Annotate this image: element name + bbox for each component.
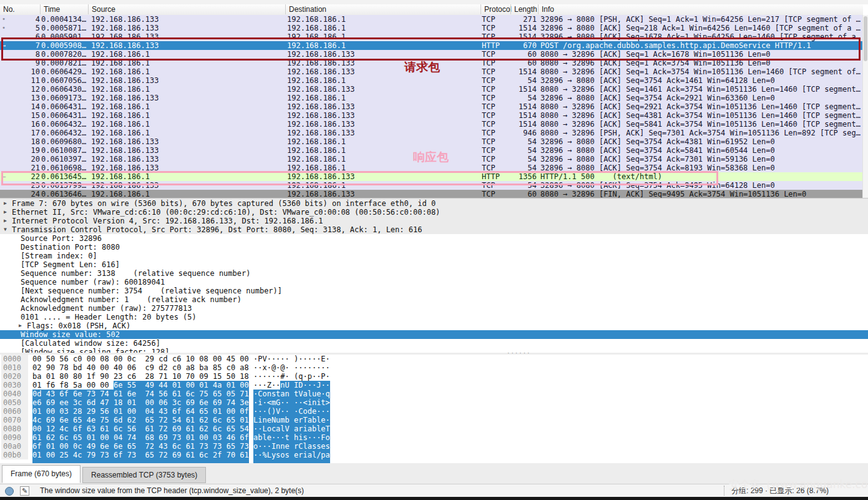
capture-comment-icon[interactable]: ✎ [20,486,29,496]
packet-destination: 192.168.186.1 [287,146,479,155]
expander-right-icon[interactable]: ▶ [4,199,7,208]
packet-source: 192.168.186.133 [91,164,285,172]
packet-row[interactable]: 110.0607056…192.168.186.133192.168.186.1… [0,76,863,85]
hex-row[interactable]: 003001 f6 f8 5a 00 00 6e 55 49 44 01 00 … [0,381,868,390]
hex-bytes: 02 90 78 bd 40 00 40 06 c9 d2 c0 a8 ba 8… [32,363,249,372]
detail-row[interactable]: Sequence number (raw): 600189041 [0,278,868,287]
bottom-strip [0,497,868,500]
expert-info-icon[interactable] [5,487,14,496]
detail-row[interactable]: Acknowledgment number (raw): 275777813 [0,304,868,313]
hex-bytes-highlight: 6e 55 49 44 01 00 01 4a 01 00 [114,381,249,390]
detail-row[interactable]: Window size value: 502 [0,330,868,339]
hex-bytes-plain: 00 50 56 c0 00 08 00 0c 29 cd c6 10 08 0… [32,355,249,363]
packet-row[interactable]: 230.0613799…192.168.186.133192.168.186.1… [0,181,863,190]
expander-right-icon[interactable]: ▶ [4,208,7,217]
expander-right-icon[interactable]: ▶ [4,217,7,225]
packet-row[interactable]: 170.0606432…192.168.186.1192.168.186.133… [0,129,863,137]
packet-no: 14 [11,102,40,111]
hex-row[interactable]: 000000 50 56 c0 00 08 00 0c 29 cd c6 10 … [0,355,868,363]
packet-no: 11 [11,76,40,85]
column-header-destination[interactable]: Destination [285,4,484,14]
detail-row[interactable]: Destination Port: 8080 [0,243,868,252]
packet-row[interactable]: 190.0610087…192.168.186.133192.168.186.1… [0,146,863,155]
packet-list-rows: •40.0004134…192.168.186.133192.168.186.1… [0,15,863,198]
detail-row[interactable]: Sequence number: 3138 (relative sequence… [0,269,868,278]
detail-text: Destination Port: 8080 [0,243,868,252]
hex-row[interactable]: 00704c 69 6e 65 4e 75 6d 62 65 72 54 61 … [0,416,868,424]
detail-text: [TCP Segment Len: 616] [0,260,868,269]
packet-source: 192.168.186.1 [91,102,285,111]
detail-row[interactable]: ▼Transmission Control Protocol, Src Port… [0,225,868,234]
detail-row[interactable]: ▶Flags: 0x018 (PSH, ACK) [0,321,868,330]
hex-bytes-highlight: 01 00 03 28 29 56 01 00 04 43 6f 64 65 0… [32,407,249,416]
column-header-protocol[interactable]: Protocol [480,4,514,14]
column-header-info[interactable]: Info [538,4,867,14]
packet-row[interactable]: 100.0606429…192.168.186.1192.168.186.133… [0,67,863,76]
packet-row[interactable]: 80.0007820…192.168.186.1192.168.186.133T… [0,50,863,59]
detail-row[interactable]: [TCP Segment Len: 616] [0,260,868,269]
detail-row[interactable]: ▶Internet Protocol Version 4, Src: 192.1… [0,217,868,225]
packet-info: 8080 → 32896 [ACK] Seq=1 Ack=3754 Win=10… [540,59,863,67]
packet-list-scrollbar[interactable] [862,15,868,198]
packet-row[interactable]: 160.0606432…192.168.186.1192.168.186.133… [0,120,863,129]
packet-row[interactable]: –220.0613645…192.168.186.1192.168.186.13… [0,172,863,181]
hex-ascii: ···()V·· ·Code··· [253,407,330,416]
packet-source: 192.168.186.133 [91,76,285,85]
hex-ascii-plain: ······#· (q·p··P· [253,372,330,381]
hex-row[interactable]: 009061 62 6c 65 01 00 04 74 68 69 73 01 … [0,433,868,442]
packet-no: 10 [11,67,40,76]
packet-row[interactable]: 200.0610397…192.168.186.133192.168.186.1… [0,155,863,164]
detail-row[interactable]: ▶Ethernet II, Src: VMware_cd:c6:10 (00:0… [0,208,868,217]
scrollbar-thumb[interactable] [864,16,867,61]
detail-row[interactable]: Acknowledgment number: 1 (relative ack n… [0,295,868,304]
column-header-length[interactable]: Length [510,4,542,14]
detail-row[interactable]: ▶Frame 7: 670 bytes on wire (5360 bits),… [0,199,868,208]
detail-row[interactable]: [Calculated window size: 64256] [0,339,868,348]
hex-row[interactable]: 008000 12 4c 6f 63 61 6c 56 61 72 69 61 … [0,424,868,433]
bytes-tab-frame[interactable]: Frame (670 bytes) [2,465,80,483]
packet-row[interactable]: 140.0606431…192.168.186.1192.168.186.133… [0,102,863,111]
expander-right-icon[interactable]: ▶ [19,321,22,330]
hex-row[interactable]: 00a06f 01 00 0c 49 6e 6e 65 72 43 6c 61 … [0,442,868,451]
detail-row[interactable]: [Window size scaling factor: 128] [0,348,868,353]
hex-row[interactable]: 0020ba 01 80 80 1f 90 23 c6 28 71 10 70 … [0,372,868,381]
packet-row[interactable]: 90.0007821…192.168.186.1192.168.186.133T… [0,59,863,67]
packet-row[interactable]: 210.0610698…192.168.186.133192.168.186.1… [0,164,863,172]
detail-row[interactable]: [Next sequence number: 3754 (relative se… [0,287,868,295]
bytes-tab-reassembled-tcp[interactable]: Reassembled TCP (3753 bytes) [82,467,206,483]
packet-row[interactable]: 180.0609680…192.168.186.133192.168.186.1… [0,137,863,146]
packet-row[interactable]: 130.0609173…192.168.186.133192.168.186.1… [0,94,863,102]
hex-row[interactable]: 00b001 00 25 4c 79 73 6f 73 65 72 69 61 … [0,451,868,459]
packet-length: 1514 [509,24,537,32]
hex-row[interactable]: 001002 90 78 bd 40 00 40 06 c9 d2 c0 a8 … [0,363,868,372]
detail-text: Transmission Control Protocol, Src Port:… [0,225,868,234]
detail-text: Frame 7: 670 bytes on wire (5360 bits), … [0,199,868,208]
packet-no: 17 [11,129,40,137]
detail-row[interactable]: [Stream index: 0] [0,252,868,260]
packet-row[interactable]: •50.0005871…192.168.186.133192.168.186.1… [0,24,863,32]
packet-destination: 192.168.186.1 [287,76,479,85]
packet-bytes-pane: 000000 50 56 c0 00 08 00 0c 29 cd c6 10 … [0,355,868,463]
packet-row[interactable]: 120.0606430…192.168.186.1192.168.186.133… [0,85,863,94]
packet-row[interactable]: 240.0613646…192.168.186.1192.168.186.133… [0,190,863,198]
packet-list-pane: No. Time Source Destination Protocol Len… [0,4,868,198]
hex-row[interactable]: 00400d 43 6f 6e 73 74 61 6e 74 56 61 6c … [0,390,868,398]
hex-row[interactable]: 006001 00 03 28 29 56 01 00 04 43 6f 64 … [0,407,868,416]
detail-row[interactable]: 0101 .... = Header Length: 20 bytes (5) [0,313,868,321]
related-packet-marker [2,111,11,120]
detail-row[interactable]: Source Port: 32896 [0,234,868,243]
related-packet-marker [2,155,11,164]
packet-row[interactable]: →70.0005908…192.168.186.133192.168.186.1… [0,41,863,50]
hex-ascii-plain: ···Z·· [253,381,280,390]
hex-row[interactable]: 0050e6 69 ee 3c 6d 47 18 01 00 06 3c 69 … [0,398,868,407]
column-header-time[interactable]: Time [40,4,92,14]
column-header-source[interactable]: Source [88,4,289,14]
packet-row[interactable]: 150.0606431…192.168.186.1192.168.186.133… [0,111,863,120]
packet-row[interactable]: •40.0004134…192.168.186.133192.168.186.1… [0,15,863,24]
column-header-no[interactable]: No. [0,4,43,14]
packet-row[interactable]: 60.0005901…192.168.186.133192.168.186.1T… [0,32,863,41]
expander-down-icon[interactable]: ▼ [4,225,7,234]
packet-info: 32896 → 8080 [ACK] Seq=3754 Ack=2921 Win… [540,94,863,102]
packet-source: 192.168.186.1 [91,50,285,59]
packet-no: 7 [11,41,40,50]
